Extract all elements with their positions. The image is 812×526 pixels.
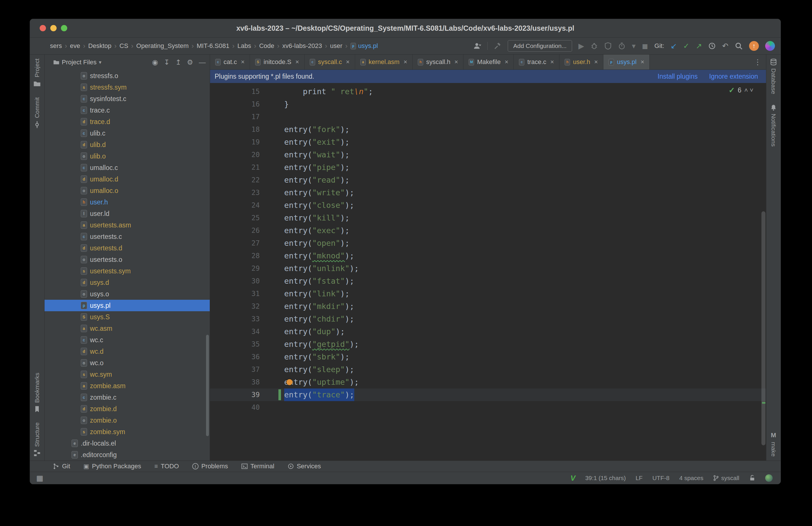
editor-tab-cat-c[interactable]: ccat.c×	[210, 55, 250, 70]
tree-item[interactable]: awc.asm	[45, 323, 210, 334]
editor-tab-initcode-s[interactable]: Sinitcode.S×	[250, 55, 304, 70]
ignore-extension-link[interactable]: Ignore extension	[709, 73, 758, 80]
tree-item[interactable]: owc.o	[45, 357, 210, 369]
tree-item[interactable]: cumalloc.c	[45, 162, 210, 174]
tree-item[interactable]: dwc.d	[45, 346, 210, 357]
tab-close-icon[interactable]: ×	[454, 58, 458, 66]
next-problem-icon[interactable]: ˅	[750, 87, 753, 94]
breadcrumb-item[interactable]: Code	[259, 42, 274, 50]
code-line[interactable]: 24entry("close");	[210, 199, 766, 212]
breadcrumb-item[interactable]: CS	[119, 42, 128, 50]
code-line[interactable]: 31entry("link");	[210, 287, 766, 300]
debug-icon[interactable]	[591, 42, 598, 50]
layout-toggle-icon[interactable]: ▦	[36, 474, 43, 482]
code-line[interactable]: 27entry("open");	[210, 237, 766, 250]
tree-item[interactable]: cusertests.c	[45, 231, 210, 242]
zoom-window-button[interactable]	[61, 25, 67, 31]
code-line[interactable]: 19entry("exit");	[210, 136, 766, 148]
tool-stripe-database[interactable]: Database	[770, 59, 777, 94]
git-update-icon[interactable]: ↙	[671, 42, 677, 50]
tool-stripe-make[interactable]: M make	[770, 432, 777, 456]
user-switch-icon[interactable]	[474, 42, 481, 50]
chevron-down-icon[interactable]: ▾	[632, 42, 636, 50]
tree-item[interactable]: oumalloc.o	[45, 185, 210, 196]
window-titlebar[interactable]: xv6-labs-2023 – ~/Desktop/CS/Operating_S…	[30, 19, 781, 37]
breadcrumb-item[interactable]: Operating_System	[136, 42, 188, 50]
breadcrumb-item[interactable]: Desktop	[88, 42, 112, 50]
tool-stripe-commit[interactable]: Commit	[34, 97, 41, 128]
code-line[interactable]: 29entry("unlink");	[210, 262, 766, 275]
line-separator[interactable]: LF	[636, 475, 643, 481]
tool-button-python-packages[interactable]: ▣ Python Packages	[83, 463, 141, 470]
code-line[interactable]: 25entry("kill");	[210, 212, 766, 224]
lock-icon[interactable]	[749, 475, 755, 481]
tree-item[interactable]: dtrace.d	[45, 116, 210, 127]
tree-item[interactable]: ozombie.o	[45, 415, 210, 426]
code-line[interactable]: 18entry("fork");	[210, 123, 766, 136]
caret-position[interactable]: 39:1 (15 chars)	[585, 475, 626, 481]
code-line[interactable]: 34entry("dup");	[210, 325, 766, 338]
collapse-all-icon[interactable]: ↧	[164, 58, 170, 66]
breadcrumb-item[interactable]: sers	[50, 42, 62, 50]
tree-item[interactable]: ousertests.o	[45, 254, 210, 265]
project-tree-scrollbar[interactable]	[206, 335, 209, 436]
locate-file-icon[interactable]: ◉	[152, 58, 158, 66]
git-commit-icon[interactable]: ✓	[683, 42, 690, 50]
code-line[interactable]: 28entry("mknod");	[210, 250, 766, 262]
coverage-icon[interactable]	[604, 42, 612, 50]
code-line[interactable]: 38entry("uptime");	[210, 376, 766, 389]
tree-item[interactable]: e.editorconfig	[45, 449, 210, 461]
tab-close-icon[interactable]: ×	[640, 58, 644, 66]
more-tabs-icon[interactable]: ⋮	[749, 55, 766, 70]
breadcrumb-item-file[interactable]: pusys.pl	[350, 42, 378, 50]
tool-stripe-notifications[interactable]: Notifications	[770, 104, 777, 147]
hide-panel-icon[interactable]: —	[199, 58, 206, 66]
tree-item[interactable]: pusys.pl	[45, 300, 210, 311]
code-line[interactable]: 37entry("sleep");	[210, 363, 766, 376]
tree-item[interactable]: csysinfotest.c	[45, 93, 210, 105]
code-line[interactable]: 35entry("getpid");	[210, 338, 766, 350]
status-indicator-icon[interactable]	[765, 474, 773, 482]
code-editor[interactable]: 15 print " ret\n";16}1718entry("fork");1…	[210, 83, 766, 461]
tree-item[interactable]: azombie.asm	[45, 380, 210, 392]
git-branch-widget[interactable]: syscall	[713, 475, 739, 481]
tree-item[interactable]: ousys.o	[45, 288, 210, 300]
rollback-icon[interactable]: ↶	[722, 42, 728, 50]
tree-item[interactable]: culib.c	[45, 127, 210, 139]
tree-item[interactable]: ctrace.c	[45, 105, 210, 116]
tab-close-icon[interactable]: ×	[241, 58, 245, 66]
inspections-widget[interactable]: ✓ 6 ˄ ˅	[729, 86, 753, 95]
stop-icon[interactable]: ◼	[642, 42, 648, 50]
orange-marker-icon[interactable]	[287, 379, 292, 385]
editor-tab-kernel-asm[interactable]: akernel.asm×	[355, 55, 412, 70]
tree-item[interactable]: ausertests.asm	[45, 219, 210, 231]
tree-item[interactable]: susertests.sym	[45, 265, 210, 277]
breadcrumb-item[interactable]: MIT-6.S081	[197, 42, 230, 50]
tab-close-icon[interactable]: ×	[550, 58, 554, 66]
code-line[interactable]: 36entry("sbrk");	[210, 350, 766, 363]
code-line[interactable]: 30entry("fstat");	[210, 275, 766, 287]
tree-item[interactable]: luser.ld	[45, 208, 210, 219]
code-line[interactable]: 17	[210, 110, 766, 123]
close-window-button[interactable]	[40, 25, 46, 31]
tab-close-icon[interactable]: ×	[403, 58, 407, 66]
tool-button-terminal[interactable]: Terminal	[241, 463, 274, 470]
tree-item[interactable]: e.dir-locals.el	[45, 438, 210, 449]
tab-close-icon[interactable]: ×	[505, 58, 508, 66]
tab-close-icon[interactable]: ×	[295, 58, 299, 66]
project-view-selector[interactable]: Project Files ▾	[53, 59, 101, 66]
tree-item[interactable]: oulib.o	[45, 150, 210, 162]
indent-style[interactable]: 4 spaces	[679, 475, 704, 481]
tree-item[interactable]: swc.sym	[45, 369, 210, 380]
code-line[interactable]: 15 print " ret\n";	[210, 85, 766, 98]
tree-item[interactable]: dusys.d	[45, 277, 210, 288]
code-line[interactable]: 39entry("trace");	[210, 389, 766, 401]
file-encoding[interactable]: UTF-8	[652, 475, 669, 481]
tab-close-icon[interactable]: ×	[594, 58, 598, 66]
git-push-icon[interactable]: ↗	[696, 42, 702, 50]
tool-button-problems[interactable]: ! Problems	[192, 463, 228, 470]
editor-tab-makefile[interactable]: MMakefile×	[463, 55, 514, 70]
code-line[interactable]: 23entry("write");	[210, 186, 766, 199]
tab-close-icon[interactable]: ×	[346, 58, 350, 66]
run-icon[interactable]: ▶	[578, 42, 584, 50]
